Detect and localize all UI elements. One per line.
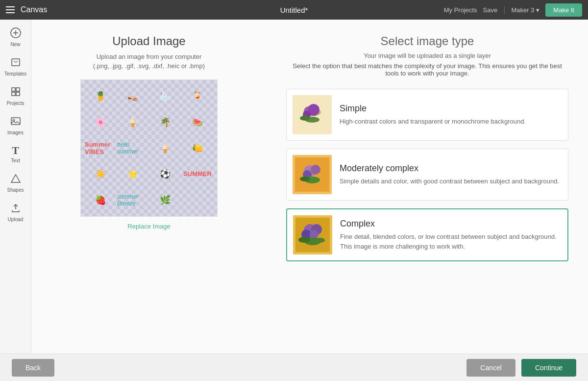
sticker-18: summer Breeze <box>117 187 148 212</box>
sticker-13: ☀️ <box>85 161 116 186</box>
shapes-icon <box>10 173 21 185</box>
app-logo: Canvas <box>21 5 47 14</box>
select-panel: Select image type Your image will be upl… <box>267 20 588 354</box>
sidebar-shapes-label: Shapes <box>7 187 24 193</box>
sticker-10: hello summer <box>117 136 148 161</box>
svg-point-20 <box>311 165 320 175</box>
images-icon <box>10 116 21 128</box>
maker-selector[interactable]: Maker 3 ▾ <box>511 6 539 14</box>
image-type-complex[interactable]: Complex Fine detail, blended colors, or … <box>286 208 568 261</box>
text-icon: T <box>12 145 19 156</box>
my-projects-link[interactable]: My Projects <box>444 6 477 14</box>
sticker-12: 🍋 <box>182 136 213 161</box>
document-title: Untitled* <box>280 6 308 14</box>
sticker-8: 🍉 <box>182 110 213 135</box>
sidebar-text-label: Text <box>11 158 20 163</box>
sidebar-projects-label: Projects <box>6 101 24 106</box>
moderate-card-desc: Simple details and color, with good cont… <box>340 177 562 186</box>
svg-rect-6 <box>12 92 15 96</box>
sidebar-item-images[interactable]: Images <box>0 112 31 139</box>
sidebar-images-label: Images <box>7 130 24 135</box>
header-right: My Projects Save | Maker 3 ▾ Make It <box>444 3 582 17</box>
sidebar-item-new[interactable]: New <box>0 24 31 51</box>
svg-point-31 <box>315 238 325 243</box>
upload-title: Upload Image <box>112 34 185 48</box>
projects-icon <box>10 86 21 99</box>
templates-icon <box>10 57 21 69</box>
sidebar-templates-label: Templates <box>4 71 27 76</box>
sidebar-new-label: New <box>10 42 20 47</box>
sidebar-item-shapes[interactable]: Shapes <box>0 169 31 197</box>
complex-card-desc: Fine detail, blended colors, or low cont… <box>340 232 562 251</box>
menu-button[interactable] <box>6 6 15 13</box>
sticker-16: SUMMER <box>182 161 213 186</box>
moderate-card-content: Moderately complex Simple details and co… <box>340 163 562 186</box>
simple-card-desc: High-contrast colors and transparent or … <box>340 117 562 127</box>
sticker-11: 🍦 <box>149 136 181 161</box>
upload-panel: Upload Image Upload an image from your c… <box>31 20 267 354</box>
back-button[interactable]: Back <box>12 359 54 377</box>
chevron-down-icon: ▾ <box>536 6 539 14</box>
save-button[interactable]: Save <box>483 6 498 14</box>
continue-button[interactable]: Continue <box>521 359 576 377</box>
header: Canvas Untitled* My Projects Save | Make… <box>0 0 588 20</box>
replace-image-link[interactable]: Replace Image <box>127 223 170 230</box>
sticker-17: 🍓 <box>85 187 116 212</box>
sticker-7: 🌴 <box>149 110 181 135</box>
make-it-button[interactable]: Make It <box>545 3 582 17</box>
sticker-6: 🍦 <box>117 110 148 135</box>
sticker-20 <box>182 187 213 212</box>
sidebar-item-templates[interactable]: Templates <box>0 53 31 80</box>
upload-icon <box>10 203 21 215</box>
select-description: Select the option that best matches the … <box>286 62 568 77</box>
sticker-1: 🍍 <box>85 84 116 109</box>
svg-marker-10 <box>11 175 20 182</box>
sticker-2: 👡 <box>117 84 148 109</box>
sticker-15: ⚽ <box>149 161 181 186</box>
svg-point-23 <box>300 177 310 181</box>
complex-thumbnail <box>293 215 332 254</box>
content-area: Upload Image Upload an image from your c… <box>31 20 588 354</box>
sticker-3: 🦢 <box>149 84 181 109</box>
sidebar-item-text[interactable]: T Text <box>0 141 31 167</box>
sticker-9: Summer VIBES <box>85 136 116 161</box>
svg-point-17 <box>300 116 310 121</box>
simple-card-content: Simple High-contrast colors and transpar… <box>340 103 562 127</box>
upload-subtitle: Upload an image from your computer <box>97 53 202 60</box>
svg-point-30 <box>298 237 310 243</box>
footer-right: Cancel Continue <box>466 359 576 377</box>
svg-rect-7 <box>16 92 20 96</box>
footer: Back Cancel Continue <box>0 354 588 381</box>
sidebar-item-upload[interactable]: Upload <box>0 199 31 226</box>
moderate-card-title: Moderately complex <box>340 163 562 174</box>
svg-rect-5 <box>16 88 20 91</box>
simple-card-title: Simple <box>340 103 562 114</box>
image-type-moderate[interactable]: Moderately complex Simple details and co… <box>286 149 568 201</box>
header-divider: | <box>503 5 505 14</box>
complex-card-content: Complex Fine detail, blended colors, or … <box>340 219 562 251</box>
sticker-4: 🍹 <box>182 84 213 109</box>
sticker-14: ⭐ <box>117 161 148 186</box>
image-type-simple[interactable]: Simple High-contrast colors and transpar… <box>286 89 568 141</box>
svg-rect-4 <box>12 88 15 91</box>
sidebar: New Templates Projects Images T Text <box>0 20 31 354</box>
sticker-grid: 🍍 👡 🦢 🍹 🌸 🍦 🌴 🍉 Summer VIBES hello summe… <box>85 84 213 212</box>
svg-rect-8 <box>11 118 20 125</box>
sidebar-item-projects[interactable]: Projects <box>0 82 31 110</box>
sticker-5: 🌸 <box>85 110 116 135</box>
simple-thumbnail <box>293 95 332 134</box>
image-preview: 🍍 👡 🦢 🍹 🌸 🍦 🌴 🍉 Summer VIBES hello summe… <box>80 79 218 217</box>
upload-formats: (.png, .jpg, .gif, .svg, .dxf, .heic or … <box>93 62 205 70</box>
new-icon <box>10 27 21 40</box>
complex-card-title: Complex <box>340 219 562 229</box>
select-title: Select image type <box>286 34 568 48</box>
moderate-thumbnail <box>293 155 332 194</box>
sticker-19: 🌿 <box>149 187 181 212</box>
main-layout: New Templates Projects Images T Text <box>0 20 588 354</box>
cancel-button[interactable]: Cancel <box>466 359 515 377</box>
select-subtitle: Your image will be uploaded as a single … <box>286 52 568 59</box>
sidebar-upload-label: Upload <box>8 217 24 222</box>
